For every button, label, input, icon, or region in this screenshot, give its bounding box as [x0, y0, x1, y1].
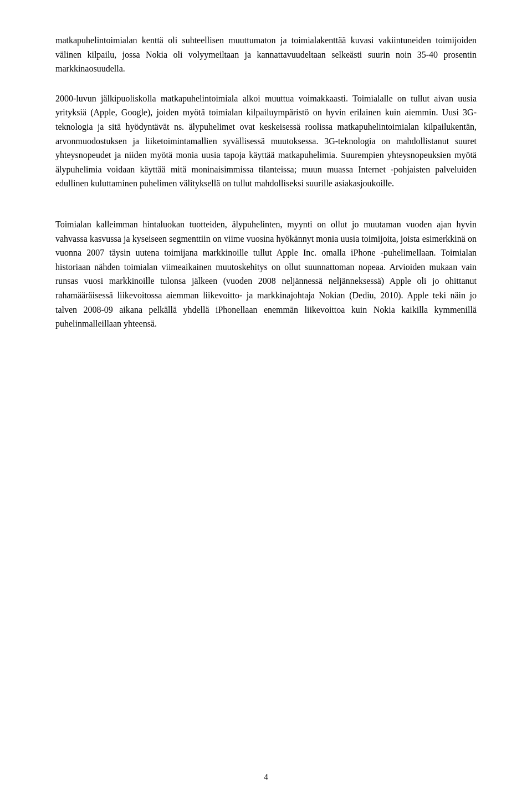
page: matkapuhelintoimialan kenttä oli suhteel… — [0, 0, 532, 804]
paragraph-1: matkapuhelintoimialan kenttä oli suhteel… — [55, 33, 477, 76]
paragraph-3: Toimialan kalleimman hintaluokan tuottei… — [55, 217, 477, 331]
page-number: 4 — [264, 772, 268, 782]
paragraph-2: 2000-luvun jälkipuoliskolla matkapuhelin… — [55, 91, 477, 191]
